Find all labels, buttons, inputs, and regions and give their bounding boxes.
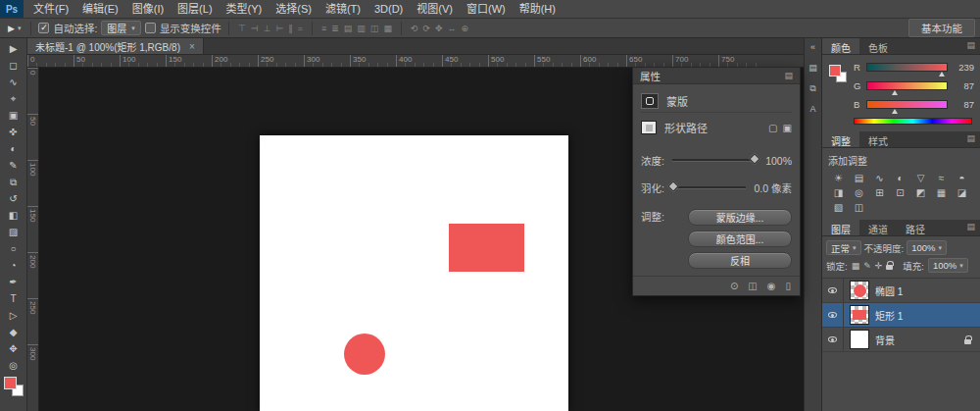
foreground-color-swatch[interactable] xyxy=(4,377,17,389)
align-right-edges-icon[interactable]: = xyxy=(296,20,305,37)
type-tool-icon[interactable]: T xyxy=(2,290,25,307)
levels-icon[interactable]: ▤ xyxy=(849,171,869,185)
color-spectrum-ramp[interactable] xyxy=(854,118,972,125)
hand-tool-icon[interactable]: ✥ xyxy=(2,340,25,357)
brightness-contrast-icon[interactable]: ☀ xyxy=(828,171,849,185)
green-channel-slider[interactable] xyxy=(866,81,948,90)
layer-visibility-toggle[interactable] xyxy=(822,303,844,327)
workspace-switcher-button[interactable]: 基本功能 xyxy=(908,19,975,37)
gradient-tool-icon[interactable]: ▨ xyxy=(2,224,25,240)
blend-mode-dropdown[interactable]: 正常 ▾ xyxy=(826,240,861,255)
channel-value[interactable]: 239 xyxy=(953,62,974,73)
properties-adjust-button[interactable]: 蒙版边缘... xyxy=(688,209,792,226)
dodge-tool-icon[interactable]: ◔ xyxy=(2,257,25,274)
brush-tool-icon[interactable]: ✎ xyxy=(2,157,25,174)
align-bottom-edges-icon[interactable]: ⊥ xyxy=(262,20,273,37)
tab-adjustments[interactable]: 调整 xyxy=(822,131,859,147)
layer-thumbnail[interactable] xyxy=(850,281,869,300)
align-vertical-centers-icon[interactable]: ⊣ xyxy=(249,20,261,37)
align-horizontal-centers-icon[interactable]: ∥ xyxy=(286,20,295,37)
menubar-item[interactable]: 滤镜(T) xyxy=(318,0,368,18)
exposure-icon[interactable]: ◐ xyxy=(890,171,910,185)
auto-select-target-dropdown[interactable]: 图层 ▾ xyxy=(101,21,141,35)
foreground-color-swatch[interactable] xyxy=(829,65,841,77)
layer-row-rectangle-1[interactable]: 矩形 1 xyxy=(822,303,980,328)
layer-row-ellipse-1[interactable]: 椭圆 1 xyxy=(822,279,980,303)
fill-dropdown[interactable]: 100% ▾ xyxy=(928,258,968,273)
apply-mask-icon[interactable]: ◫ xyxy=(748,281,757,291)
density-slider[interactable] xyxy=(672,159,758,162)
layer-row-background[interactable]: 背景 xyxy=(822,328,980,352)
healing-brush-tool-icon[interactable]: ◐ xyxy=(2,140,25,157)
layer-thumbnail[interactable] xyxy=(850,330,869,349)
slider-knob[interactable] xyxy=(668,180,679,191)
distribute-horizontal-centers-icon[interactable]: ◫ xyxy=(368,20,381,37)
tab-channels[interactable]: 通道 xyxy=(859,220,897,235)
menubar-item[interactable]: 窗口(W) xyxy=(460,0,513,18)
shape-tool-icon[interactable]: ◆ xyxy=(2,324,25,340)
channel-mixer-icon[interactable]: ⊞ xyxy=(869,185,890,200)
layer-visibility-toggle[interactable] xyxy=(822,328,844,351)
color-lookup-icon[interactable]: ⊡ xyxy=(890,185,910,200)
document-canvas[interactable] xyxy=(260,135,568,411)
hue-saturation-icon[interactable]: ≈ xyxy=(931,171,952,185)
align-left-edges-icon[interactable]: ⊢ xyxy=(273,20,285,37)
menubar-item[interactable]: 3D(D) xyxy=(368,0,410,18)
current-tool-preset[interactable]: ▶ ▾ xyxy=(5,24,24,33)
collapse-panels-icon[interactable]: « xyxy=(806,40,820,54)
layer-thumbnail[interactable] xyxy=(850,305,869,325)
rectangle-shape[interactable] xyxy=(449,224,524,272)
3d-rotate-icon[interactable]: ⟲ xyxy=(409,20,420,37)
threshold-icon[interactable]: ◪ xyxy=(952,185,972,200)
red-channel-slider[interactable] xyxy=(866,63,948,72)
invert-icon[interactable]: ◩ xyxy=(910,185,931,200)
vibrance-icon[interactable]: ▽ xyxy=(910,171,931,185)
color-balance-icon[interactable]: ◓ xyxy=(952,171,972,185)
3d-drag-icon[interactable]: ✥ xyxy=(433,20,445,37)
distribute-vertical-centers-icon[interactable]: ≣ xyxy=(329,20,341,37)
layer-visibility-toggle[interactable] xyxy=(822,279,844,302)
tab-paths[interactable]: 路径 xyxy=(897,220,934,235)
history-panel-icon[interactable]: ▤ xyxy=(806,61,820,75)
blue-channel-slider[interactable] xyxy=(866,100,948,109)
photo-filter-icon[interactable]: ◎ xyxy=(849,185,869,200)
menubar-item[interactable]: 图像(I) xyxy=(125,0,171,18)
add-vector-mask-icon[interactable]: ▣ xyxy=(783,123,792,133)
tab-swatches[interactable]: 色板 xyxy=(859,38,897,54)
channel-value[interactable]: 87 xyxy=(953,99,974,110)
distribute-top-edges-icon[interactable]: ≡ xyxy=(319,20,328,37)
eraser-tool-icon[interactable]: ◧ xyxy=(2,207,25,224)
panel-menu-icon[interactable]: ▤ xyxy=(961,38,980,54)
lock-position-icon[interactable]: ✛ xyxy=(875,261,883,271)
tab-color[interactable]: 颜色 xyxy=(822,38,859,54)
align-top-edges-icon[interactable]: ⊤ xyxy=(236,20,248,37)
3d-slide-icon[interactable]: ↔ xyxy=(446,20,459,37)
menubar-item[interactable]: 选择(S) xyxy=(269,0,318,18)
delete-mask-icon[interactable]: ▯ xyxy=(785,281,791,291)
3d-scale-icon[interactable]: ⊕ xyxy=(460,20,471,37)
gradient-map-icon[interactable]: ▧ xyxy=(828,200,849,215)
menubar-item[interactable]: 图层(L) xyxy=(171,0,219,18)
eyedropper-tool-icon[interactable]: ✜ xyxy=(2,124,25,140)
feather-slider[interactable] xyxy=(672,186,747,189)
panel-menu-icon[interactable]: ▤ xyxy=(961,131,980,147)
document-tab[interactable]: 未标题-1 @ 100%(矩形 1,RGB/8) × xyxy=(27,38,204,54)
curves-icon[interactable]: ∿ xyxy=(869,171,890,185)
properties-panel-header[interactable]: 属性 ▤ xyxy=(633,68,800,84)
zoom-tool-icon[interactable]: ◎ xyxy=(2,357,25,374)
distribute-right-edges-icon[interactable]: ▦ xyxy=(381,20,394,37)
panel-menu-icon[interactable]: ▤ xyxy=(784,71,793,80)
opacity-dropdown[interactable]: 100% ▾ xyxy=(906,240,947,255)
properties-adjust-button[interactable]: 反相 xyxy=(688,252,792,269)
menubar-item[interactable]: 类型(Y) xyxy=(220,0,270,18)
add-pixel-mask-icon[interactable]: ▢ xyxy=(768,123,777,133)
pen-tool-icon[interactable]: ✒ xyxy=(2,274,25,290)
close-icon[interactable]: × xyxy=(189,41,195,52)
quick-selection-tool-icon[interactable]: ⌖ xyxy=(2,90,25,107)
lock-all-icon[interactable] xyxy=(886,265,893,270)
character-panel-icon[interactable]: A xyxy=(806,102,820,116)
3d-roll-icon[interactable]: ⟳ xyxy=(420,20,432,37)
lock-transparency-icon[interactable]: ▦ xyxy=(852,261,860,271)
properties-adjust-button[interactable]: 颜色范围... xyxy=(688,231,792,247)
slider-knob[interactable] xyxy=(892,90,898,95)
